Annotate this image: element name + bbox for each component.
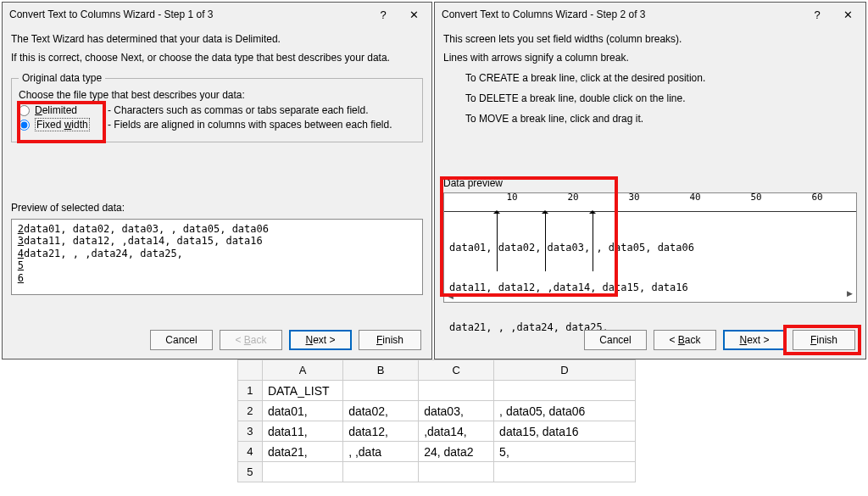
cancel-button[interactable]: Cancel [150,330,213,350]
wizard-step2: Convert Text to Columns Wizard - Step 2 … [434,2,866,359]
cell[interactable] [494,381,636,401]
dialog-title: Convert Text to Columns Wizard - Step 2 … [442,8,803,20]
row-header[interactable]: 3 [238,421,263,442]
instr-delete: To DELETE a break line, double click on … [465,91,857,106]
corner-cell[interactable] [238,360,263,381]
break-line[interactable] [497,212,498,271]
spreadsheet: A B C D 1 DATA_LIST 2 data01, data02, da… [237,359,636,482]
row-num: 6 [15,272,24,284]
radio-delimited[interactable] [19,105,30,116]
cell[interactable]: data12, [343,421,419,442]
wizard-step1: Convert Text to Columns Wizard - Step 1 … [2,2,432,359]
back-button: < Back [220,330,282,350]
cell[interactable]: data11, [262,421,342,442]
row-num: 3 [15,235,24,247]
row-text: data11, data12, ,data14, data15, data16 [24,235,263,247]
horizontal-scrollbar[interactable]: ◀ ▶ [448,289,853,299]
col-header[interactable]: B [343,360,419,381]
tick-label: 30 [628,192,639,203]
data-row: data01, data02, data03, , data05, data06 [449,242,851,255]
cell[interactable]: DATA_LIST [262,381,342,401]
radio-fixed-width[interactable] [19,120,30,131]
titlebar: Convert Text to Columns Wizard - Step 1 … [3,3,431,26]
finish-button[interactable]: Finish [359,330,421,350]
info-line-1: This screen lets you set field widths (c… [443,31,857,47]
cell[interactable]: , ,data [343,442,419,462]
row-num: 2 [15,223,24,235]
close-button[interactable]: ✕ [399,4,428,25]
row-header[interactable]: 5 [238,462,263,482]
cell[interactable] [343,381,419,401]
break-line[interactable] [593,212,593,271]
col-header[interactable]: D [494,360,636,381]
cell[interactable]: 24, data2 [419,442,494,462]
close-button[interactable]: ✕ [833,4,862,25]
cell[interactable] [262,462,342,482]
cell[interactable]: data01, [262,401,342,421]
radio-delimited-label: Delimited [35,104,108,116]
tick-label: 50 [750,192,761,203]
cell[interactable] [419,462,494,482]
choose-label: Choose the file type that best describes… [19,89,415,101]
tick-label: 20 [567,192,578,203]
instr-create: To CREATE a break line, click at the des… [465,70,857,86]
break-line[interactable] [545,212,546,271]
scroll-right-icon[interactable]: ▶ [847,289,853,298]
row-num: 4 [15,248,24,259]
info-line-1: The Text Wizard has determined that your… [11,31,423,47]
cell[interactable] [343,462,419,482]
cell[interactable]: data02, [343,401,419,421]
help-button[interactable]: ? [369,4,398,25]
scroll-left-icon[interactable]: ◀ [448,292,453,300]
instr-move: To MOVE a break line, click and drag it. [465,111,857,126]
tick-label: 10 [506,192,517,203]
radio-delimited-desc: - Characters such as commas or tabs sepa… [108,104,368,116]
finish-button[interactable]: Finish [793,330,855,350]
tick-label: 40 [689,192,700,203]
col-header[interactable]: A [262,360,342,381]
original-data-type-group: Original data type Choose the file type … [11,72,423,142]
cell[interactable] [419,381,494,401]
group-legend: Original data type [19,72,105,84]
cell[interactable]: ,data14, [419,421,494,442]
tick-label: 60 [811,192,822,203]
titlebar: Convert Text to Columns Wizard - Step 2 … [435,3,865,26]
dialog-title: Convert Text to Columns Wizard - Step 1 … [9,8,369,20]
row-header[interactable]: 2 [238,401,263,421]
col-header[interactable]: C [419,360,494,381]
info-line-2: If this is correct, choose Next, or choo… [11,50,423,65]
cancel-button[interactable]: Cancel [584,330,647,350]
radio-fixed-label: Fixed width [35,119,108,131]
row-num: 5 [15,259,24,271]
back-button[interactable]: < Back [654,330,716,350]
radio-fixed-desc: - Fields are aligned in columns with spa… [108,119,392,131]
info-line-2: Lines with arrows signify a column break… [443,50,857,65]
next-button[interactable]: Next > [723,330,786,350]
cell[interactable]: 5, [494,442,636,462]
next-button[interactable]: Next > [289,330,352,350]
cell[interactable]: data21, [262,442,342,462]
row-header[interactable]: 1 [238,381,263,401]
data-preview-box[interactable]: 10 20 30 40 50 60 data01, data02, data03… [443,192,857,303]
row-text: data01, data02, data03, , data05, data06 [24,223,269,235]
ruler[interactable]: 10 20 30 40 50 60 [444,193,856,212]
preview-label: Preview of selected data: [11,202,423,214]
help-button[interactable]: ? [803,4,832,25]
cell[interactable]: data15, data16 [494,421,636,442]
row-text: data21, , ,data24, data25, [24,248,183,259]
preview-box: 2data01, data02, data03, , data05, data0… [11,219,423,295]
cell[interactable]: , data05, data06 [494,401,636,421]
data-preview-label: Data preview [443,177,857,189]
cell[interactable] [494,462,636,482]
cell[interactable]: data03, [419,401,494,421]
row-header[interactable]: 4 [238,442,263,462]
